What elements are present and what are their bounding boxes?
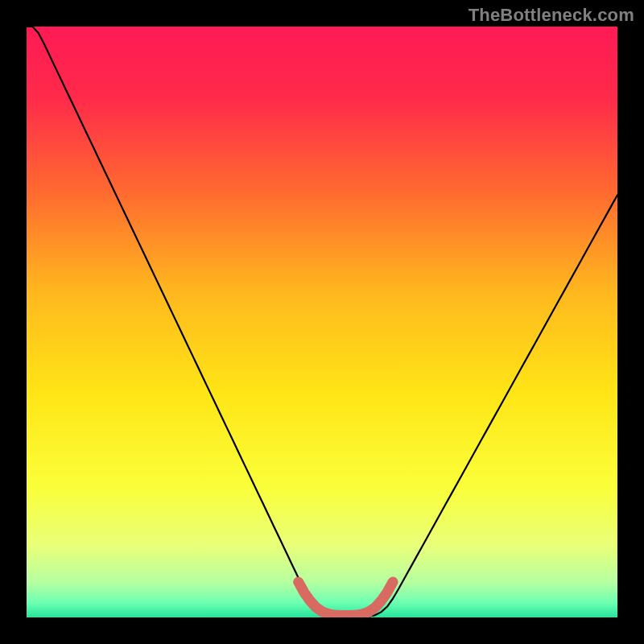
chart-frame: TheBottleneck.com (0, 0, 644, 644)
flat-segment (299, 582, 393, 615)
plot-area (27, 27, 617, 617)
curve-layer (27, 27, 617, 617)
bottleneck-curve (27, 27, 617, 617)
watermark-text: TheBottleneck.com (469, 5, 634, 26)
